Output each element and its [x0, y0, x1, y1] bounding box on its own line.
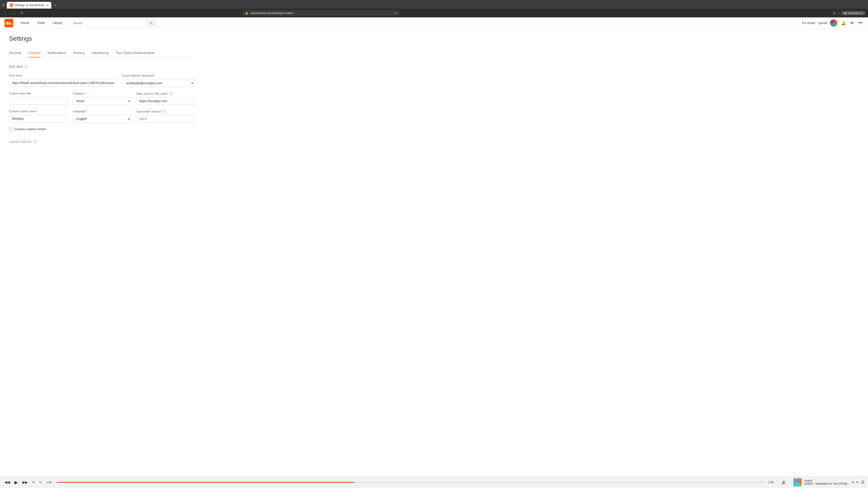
upload-defaults-help-icon[interactable]: ?	[33, 140, 37, 143]
new-tab-button[interactable]: +	[52, 2, 58, 8]
address-text: soundcloud.com/settings/content	[250, 11, 393, 15]
tab-close-icon[interactable]: ✕	[46, 4, 49, 7]
form-row-3: Custom author name Language * English Sp…	[9, 109, 194, 123]
upload-link[interactable]: Upload	[818, 21, 827, 25]
svg-rect-7	[10, 23, 11, 25]
svg-rect-4	[8, 22, 9, 25]
category-label: Category *	[72, 92, 131, 95]
category-select[interactable]: Music Arts Business Comedy Education Tec…	[72, 97, 131, 105]
messages-button[interactable]: ✉	[849, 20, 855, 26]
nav-home[interactable]: Home	[17, 18, 33, 29]
search-bar: 🔍	[70, 20, 156, 27]
soundcloud-navbar: Home Feed Library 🔍 For Artists Upload 🔔…	[0, 18, 868, 29]
rss-feed-input[interactable]	[9, 79, 117, 87]
browser-tab-active[interactable]: SC Settings on SoundCloud ✕	[7, 2, 51, 8]
custom-feed-title-label: Custom feed title	[9, 92, 67, 95]
for-artists-link[interactable]: For Artists	[802, 21, 815, 25]
explicit-content-label[interactable]: Contains explicit content	[14, 127, 46, 131]
custom-author-field: Custom author name	[9, 109, 67, 123]
browser-chrome: ▼ SC Settings on SoundCloud ✕ + ← → ↻ 🔒 …	[0, 0, 868, 18]
category-required-star: *	[86, 92, 87, 95]
email-displayed-field: Email address displayed a24beaba@moodjoy…	[123, 74, 194, 87]
rss-help-icon[interactable]: ?	[24, 65, 28, 68]
tab-two-factor[interactable]: Two Factor Authentication	[116, 48, 155, 57]
stats-service-input[interactable]	[136, 97, 194, 105]
upload-defaults-label: Upload Defaults	[9, 140, 32, 143]
language-required-star: *	[87, 109, 88, 113]
custom-feed-title-input[interactable]	[9, 97, 67, 105]
stats-service-label: Stats-service URL prefix ?	[136, 92, 194, 95]
svg-rect-8	[11, 23, 11, 25]
settings-tabs: Account Content Notifications Privacy Ad…	[9, 48, 194, 58]
notifications-button[interactable]: 🔔	[840, 20, 847, 26]
tab-account[interactable]: Account	[9, 48, 21, 57]
search-input[interactable]	[70, 20, 146, 26]
custom-author-input[interactable]	[9, 115, 67, 123]
address-bar[interactable]: 🔒 soundcloud.com/settings/content ★	[242, 10, 400, 16]
tab-notifications[interactable]: Notifications	[48, 48, 66, 57]
nav-right-actions: For Artists Upload 🔔 ✉ •••	[802, 20, 864, 27]
split-view-icon[interactable]: □	[838, 11, 839, 15]
search-button[interactable]: 🔍	[146, 20, 156, 26]
tab-favicon: SC	[9, 3, 13, 7]
search-box: 🔍	[70, 20, 156, 27]
svg-rect-3	[8, 22, 8, 25]
browser-addressbar: ← → ↻ 🔒 soundcloud.com/settings/content …	[0, 8, 868, 18]
explicit-content-row: Contains explicit content	[9, 127, 194, 131]
main-content: Settings Account Content Notifications P…	[0, 29, 204, 162]
browser-tabs: ▼ SC Settings on SoundCloud ✕ +	[0, 0, 868, 8]
subscriber-redirect-field: Subscriber redirect ?	[136, 109, 194, 123]
subscriber-redirect-label: Subscriber redirect ?	[136, 109, 194, 113]
main-nav-links: Home Feed Library	[17, 18, 66, 29]
subscriber-redirect-input[interactable]	[136, 115, 194, 123]
tab-content[interactable]: Content	[29, 48, 40, 57]
incognito-icon: 🕵	[844, 11, 847, 15]
email-displayed-select[interactable]: a24beaba@moodjoy.com	[123, 79, 194, 87]
incognito-label: Incognito (2)	[848, 11, 863, 15]
user-avatar[interactable]	[830, 20, 837, 27]
subscriber-redirect-help-icon[interactable]: ?	[162, 109, 166, 113]
nav-feed[interactable]: Feed	[33, 18, 49, 29]
svg-rect-6	[10, 23, 10, 25]
language-select[interactable]: English Spanish French German Japanese	[72, 115, 131, 123]
rss-section-title: RSS feed	[9, 65, 23, 68]
svg-rect-2	[7, 22, 7, 25]
reload-button[interactable]: ↻	[19, 10, 25, 16]
tab-list-icon[interactable]: ▼	[2, 3, 5, 7]
forward-button[interactable]: →	[11, 10, 17, 16]
tab-privacy[interactable]: Privacy	[73, 48, 84, 57]
browser-actions: ☰ □ 🕵 Incognito (2)	[833, 11, 865, 15]
soundcloud-logo-svg	[6, 22, 12, 25]
svg-rect-0	[6, 22, 6, 25]
stats-service-help-icon[interactable]: ?	[169, 92, 173, 95]
custom-feed-title-field: Custom feed title	[9, 92, 67, 105]
svg-rect-1	[6, 22, 7, 25]
extensions-icon[interactable]: ☰	[833, 11, 836, 15]
rss-url-row: RSS feed Email address displayed a24beab…	[9, 74, 194, 87]
language-label: Language *	[72, 109, 131, 113]
tab-title: Settings on SoundCloud	[15, 4, 44, 7]
bookmark-icon[interactable]: ★	[395, 11, 397, 15]
upload-defaults-header: Upload Defaults ?	[9, 140, 194, 143]
back-button[interactable]: ←	[3, 10, 9, 16]
stats-service-field: Stats-service URL prefix ?	[136, 92, 194, 105]
more-options-button[interactable]: •••	[857, 20, 864, 26]
tab-advertising[interactable]: Advertising	[92, 48, 108, 57]
rss-section-header: RSS feed ?	[9, 65, 194, 68]
soundcloud-logo[interactable]	[4, 19, 13, 27]
svg-rect-5	[9, 22, 9, 25]
language-field: Language * English Spanish French German…	[72, 109, 131, 123]
rss-feed-field: RSS feed	[9, 74, 117, 87]
form-row-2: Custom feed title Category * Music Arts …	[9, 92, 194, 105]
custom-author-label: Custom author name	[9, 109, 67, 113]
lock-icon: 🔒	[245, 11, 248, 15]
explicit-content-checkbox[interactable]	[9, 128, 12, 131]
page-title: Settings	[9, 35, 194, 42]
email-displayed-label: Email address displayed	[123, 74, 194, 77]
rss-feed-label: RSS feed	[9, 74, 117, 77]
category-field: Category * Music Arts Business Comedy Ed…	[72, 92, 131, 105]
nav-library[interactable]: Library	[49, 18, 66, 29]
incognito-badge[interactable]: 🕵 Incognito (2)	[841, 11, 865, 15]
